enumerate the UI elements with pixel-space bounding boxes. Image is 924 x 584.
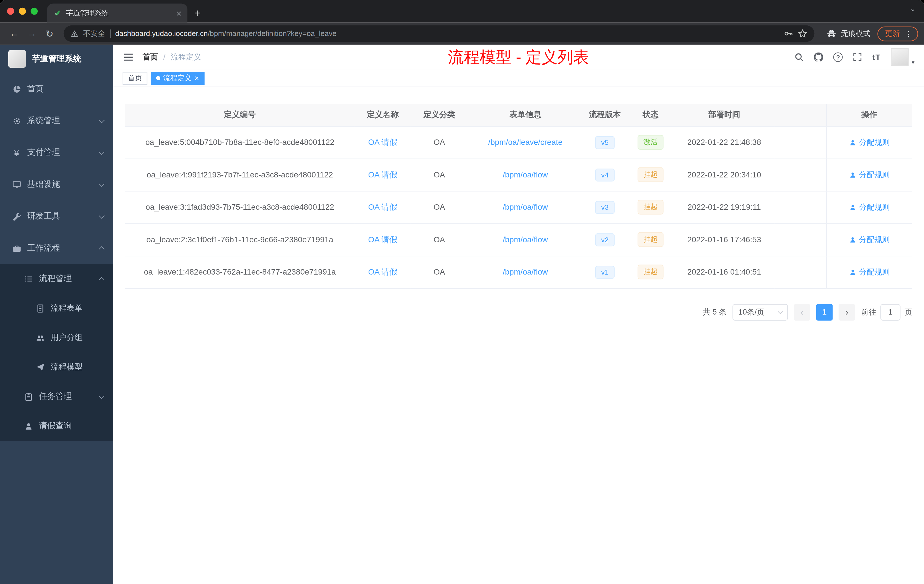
- back-button[interactable]: ←: [6, 25, 23, 42]
- filler-cell: [774, 256, 826, 288]
- help-icon[interactable]: ?: [833, 53, 843, 62]
- sidebar-item-process-form[interactable]: 流程表单: [0, 294, 113, 323]
- tab-close-icon[interactable]: ×: [176, 8, 182, 17]
- url-text: dashboard.yudao.iocoder.cn/bpm/manager/d…: [115, 30, 337, 38]
- person-icon: [849, 139, 856, 146]
- new-tab-button[interactable]: +: [187, 3, 208, 22]
- sidebar-item-process-management[interactable]: 流程管理: [0, 264, 113, 294]
- tags-view-bar: 首页 流程定义 ×: [113, 69, 924, 87]
- form-info-link[interactable]: /bpm/oa/flow: [503, 235, 548, 244]
- assign-rule-link[interactable]: 分配规则: [849, 202, 890, 212]
- browser-update-button[interactable]: 更新 ⋮: [878, 26, 918, 41]
- next-page-button[interactable]: ›: [838, 304, 855, 320]
- version-badge: v1: [595, 266, 614, 278]
- tag-close-icon[interactable]: ×: [195, 74, 199, 82]
- avatar[interactable]: [891, 48, 909, 66]
- address-bar[interactable]: 不安全 dashboard.yudao.iocoder.cn/bpm/manag…: [64, 25, 815, 42]
- table-row: oa_leave:5:004b710b-7b8a-11ec-8ef0-acde4…: [125, 126, 912, 158]
- col-definition-name: 定义名称: [355, 104, 411, 126]
- user-menu[interactable]: ▾: [891, 48, 914, 66]
- app-logo: 芋道管理系统: [0, 45, 113, 73]
- definition-category: OA: [411, 126, 468, 158]
- status-badge: 挂起: [638, 200, 664, 214]
- sidebar-item-infrastructure[interactable]: 基础设施: [0, 168, 113, 200]
- definition-id: oa_leave:5:004b710b-7b8a-11ec-8ef0-acde4…: [125, 126, 355, 158]
- password-key-icon[interactable]: [784, 29, 793, 38]
- form-info-link[interactable]: /bpm/oa/leave/create: [488, 138, 563, 147]
- window-controls: [7, 8, 38, 15]
- tab-search-chevron-icon[interactable]: ⌄: [910, 5, 916, 13]
- font-size-icon[interactable]: tT: [872, 53, 881, 62]
- table-row: oa_leave:1:482ec033-762a-11ec-8477-a2380…: [125, 256, 912, 288]
- sidebar-item-payment-management[interactable]: ¥ 支付管理: [0, 137, 113, 168]
- close-window-button[interactable]: [7, 8, 14, 15]
- sidebar-item-process-model[interactable]: 流程模型: [0, 352, 113, 382]
- status-badge: 挂起: [638, 265, 664, 279]
- form-info-link[interactable]: /bpm/oa/flow: [503, 267, 548, 276]
- tag-home[interactable]: 首页: [122, 72, 147, 84]
- definition-name-link[interactable]: OA 请假: [368, 235, 398, 244]
- sidebar-item-task-management[interactable]: 任务管理: [0, 382, 113, 411]
- sidebar-item-system-management[interactable]: 系统管理: [0, 105, 113, 137]
- definition-category: OA: [411, 223, 468, 256]
- prev-page-button[interactable]: ‹: [794, 304, 810, 320]
- paper-plane-icon: [35, 362, 45, 372]
- chevron-up-icon: [99, 246, 105, 252]
- sidebar-item-dev-tools[interactable]: 研发工具: [0, 200, 113, 232]
- col-status: 状态: [627, 104, 674, 126]
- table-body: oa_leave:5:004b710b-7b8a-11ec-8ef0-acde4…: [125, 126, 912, 288]
- status-badge: 激活: [638, 135, 664, 150]
- breadcrumb-separator: /: [163, 53, 165, 62]
- person-icon: [24, 421, 33, 431]
- browser-menu-icon[interactable]: ⋮: [904, 29, 912, 38]
- definition-category: OA: [411, 191, 468, 223]
- assign-rule-link[interactable]: 分配规则: [849, 234, 890, 245]
- col-process-version: 流程版本: [583, 104, 627, 126]
- sidebar-item-user-group[interactable]: 用户分组: [0, 323, 113, 352]
- monitor-icon: [12, 180, 21, 189]
- github-icon[interactable]: [814, 53, 823, 62]
- person-icon: [849, 204, 856, 211]
- list-icon: [24, 274, 33, 284]
- sidebar-item-workflow[interactable]: 工作流程: [0, 232, 113, 264]
- dashboard-icon: [12, 84, 21, 94]
- url-path: /bpm/manager/definition?key=oa_leave: [208, 30, 337, 38]
- assign-rule-link[interactable]: 分配规则: [849, 137, 890, 148]
- definition-name-link[interactable]: OA 请假: [368, 138, 398, 147]
- page-jump-input[interactable]: [880, 304, 900, 320]
- fullscreen-icon[interactable]: [853, 53, 862, 62]
- page-size-select[interactable]: 10条/页: [733, 304, 788, 320]
- caret-down-icon: ▾: [912, 59, 914, 66]
- security-label[interactable]: 不安全: [83, 28, 105, 39]
- bookmark-star-icon[interactable]: [798, 29, 807, 38]
- search-icon[interactable]: [795, 53, 804, 62]
- form-info-link[interactable]: /bpm/oa/flow: [503, 203, 548, 212]
- breadcrumb-home[interactable]: 首页: [143, 52, 158, 63]
- table-header-row: 定义编号 定义名称 定义分类 表单信息 流程版本 状态 部署时间 操作: [125, 104, 912, 126]
- chevron-down-icon: [99, 393, 105, 399]
- sidebar-item-home[interactable]: 首页: [0, 73, 113, 105]
- browser-tab[interactable]: 芋道管理系统 ×: [47, 3, 187, 22]
- tag-process-definition[interactable]: 流程定义 ×: [151, 72, 204, 84]
- chevron-down-icon: [778, 308, 783, 314]
- fullscreen-window-button[interactable]: [31, 8, 38, 15]
- filler-cell: [774, 126, 826, 158]
- sidebar-toggle-icon[interactable]: [122, 51, 134, 63]
- assign-rule-link[interactable]: 分配规则: [849, 267, 890, 277]
- person-icon: [849, 236, 856, 243]
- definition-name-link[interactable]: OA 请假: [368, 267, 398, 276]
- deploy-time: 2022-01-16 17:46:53: [674, 223, 775, 256]
- page-unit-label: 页: [904, 307, 912, 317]
- forward-button[interactable]: →: [24, 25, 40, 42]
- assign-rule-link[interactable]: 分配规则: [849, 170, 890, 180]
- chevron-down-icon: [99, 213, 105, 218]
- pagination-total: 共 5 条: [703, 307, 726, 317]
- definition-name-link[interactable]: OA 请假: [368, 202, 398, 211]
- reload-button[interactable]: ↻: [41, 25, 58, 42]
- filler-cell: [774, 191, 826, 223]
- page-number-button[interactable]: 1: [816, 304, 833, 320]
- definition-name-link[interactable]: OA 请假: [368, 170, 398, 179]
- minimize-window-button[interactable]: [19, 8, 26, 15]
- sidebar-item-leave-query[interactable]: 请假查询: [0, 411, 113, 441]
- form-info-link[interactable]: /bpm/oa/flow: [503, 170, 548, 179]
